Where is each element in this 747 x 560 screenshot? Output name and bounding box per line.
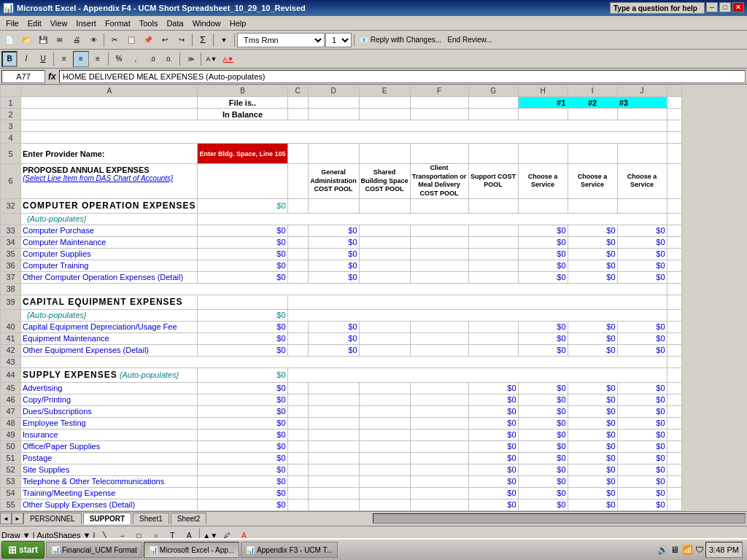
cell-43[interactable] bbox=[21, 356, 667, 368]
cell-f1[interactable] bbox=[410, 97, 468, 109]
cell-b33[interactable]: $0 bbox=[198, 225, 287, 236]
start-button[interactable]: ⊞ start bbox=[1, 541, 44, 559]
print-btn[interactable]: 🖨 bbox=[69, 32, 85, 48]
cell-a36[interactable]: Computer Training bbox=[21, 260, 198, 271]
percent-btn[interactable]: % bbox=[111, 51, 127, 67]
cell-j54[interactable]: $0 bbox=[617, 487, 667, 499]
new-btn[interactable]: 📄 bbox=[1, 32, 18, 48]
cell-d6[interactable]: General Administration COST POOL bbox=[308, 164, 359, 199]
cell-a39b[interactable]: {Auto-populates} bbox=[21, 309, 198, 321]
cell-h33[interactable]: $0 bbox=[518, 225, 568, 236]
cell-b50[interactable]: $0 bbox=[198, 440, 287, 452]
cell-c32[interactable] bbox=[287, 198, 308, 213]
cell-e2[interactable] bbox=[359, 109, 410, 120]
cell-f48[interactable] bbox=[410, 417, 468, 429]
cell-f42[interactable] bbox=[410, 344, 468, 356]
cell-a35[interactable]: Computer Supplies bbox=[21, 248, 198, 260]
cell-g5[interactable] bbox=[468, 144, 518, 164]
cell-h55[interactable]: $0 bbox=[518, 499, 568, 510]
cell-a1[interactable] bbox=[21, 97, 198, 109]
cell-a48[interactable]: Employee Testing bbox=[21, 417, 198, 429]
cell-g41[interactable] bbox=[468, 332, 518, 344]
cell-a5[interactable]: Enter Provider Name: bbox=[21, 144, 198, 164]
cell-g36[interactable] bbox=[468, 260, 518, 271]
cell-f37[interactable] bbox=[410, 271, 468, 283]
cell-f2[interactable] bbox=[410, 109, 468, 120]
cell-b41[interactable]: $0 bbox=[198, 332, 287, 344]
cell-e50[interactable] bbox=[359, 440, 410, 452]
cell-j37[interactable]: $0 bbox=[617, 271, 667, 283]
cell-b46[interactable]: $0 bbox=[198, 394, 287, 405]
cell-g42[interactable] bbox=[468, 344, 518, 356]
cell-i42[interactable]: $0 bbox=[568, 344, 617, 356]
cell-d47[interactable] bbox=[308, 405, 359, 417]
cell-h48[interactable]: $0 bbox=[518, 417, 568, 429]
cell-f5[interactable] bbox=[410, 144, 468, 164]
cell-i34[interactable]: $0 bbox=[568, 236, 617, 248]
cell-j6[interactable]: Choose a Service bbox=[617, 164, 667, 199]
cell-b32[interactable]: $0 bbox=[198, 198, 287, 213]
cell-g32[interactable] bbox=[468, 198, 518, 213]
preview-btn[interactable]: 👁 bbox=[85, 32, 101, 48]
cell-b44[interactable]: $0 bbox=[198, 368, 287, 382]
more-btn[interactable]: ▼ bbox=[216, 32, 232, 48]
cell-e53[interactable] bbox=[359, 475, 410, 487]
cell-b36[interactable]: $0 bbox=[198, 260, 287, 271]
cell-g55[interactable]: $0 bbox=[468, 499, 518, 510]
cell-h49[interactable]: $0 bbox=[518, 429, 568, 440]
cell-j40[interactable]: $0 bbox=[617, 321, 667, 332]
menu-insert[interactable]: Insert bbox=[71, 18, 101, 29]
cell-d34[interactable]: $0 bbox=[308, 236, 359, 248]
cell-a37[interactable]: Other Computer Operation Expenses (Detai… bbox=[21, 271, 198, 283]
cell-a39[interactable]: CAPITAL EQUIPMENT EXPENSES bbox=[21, 295, 198, 309]
cell-b42[interactable]: $0 bbox=[198, 344, 287, 356]
italic-btn[interactable]: I bbox=[18, 51, 34, 67]
cell-c5[interactable] bbox=[287, 144, 308, 164]
cell-g45[interactable]: $0 bbox=[468, 382, 518, 394]
cell-f47[interactable] bbox=[410, 405, 468, 417]
cell-d5[interactable] bbox=[308, 144, 359, 164]
col-e-header[interactable]: E bbox=[359, 85, 410, 97]
cell-f54[interactable] bbox=[410, 487, 468, 499]
font-color-btn[interactable]: A▼ bbox=[220, 51, 236, 67]
cell-f55[interactable] bbox=[410, 499, 468, 510]
taskbar-item-financial[interactable]: 📊 Financial_UCM Format bbox=[46, 542, 142, 558]
cell-c42[interactable] bbox=[287, 344, 308, 356]
cell-d53[interactable] bbox=[308, 475, 359, 487]
cell-i37[interactable]: $0 bbox=[568, 271, 617, 283]
cell-a44[interactable]: SUPPLY EXPENSES {Auto-populates} bbox=[21, 368, 198, 382]
cell-e46[interactable] bbox=[359, 394, 410, 405]
cell-g2[interactable] bbox=[468, 109, 518, 120]
font-size-select[interactable]: 14 bbox=[325, 33, 352, 47]
menu-file[interactable]: File bbox=[1, 18, 23, 29]
cell-j52[interactable]: $0 bbox=[617, 464, 667, 475]
cell-j49[interactable]: $0 bbox=[617, 429, 667, 440]
save-btn[interactable]: 💾 bbox=[35, 32, 51, 48]
maximize-btn[interactable]: □ bbox=[719, 2, 731, 12]
cell-b6[interactable] bbox=[198, 164, 287, 199]
cell-e37[interactable] bbox=[359, 271, 410, 283]
cell-g35[interactable] bbox=[468, 248, 518, 260]
taskbar-item-appendix-f3[interactable]: 📊 Appendix F3 - UCM T... bbox=[241, 542, 338, 558]
cell-f45[interactable] bbox=[410, 382, 468, 394]
cell-a32b[interactable]: {Auto-populates} bbox=[21, 213, 198, 225]
cell-h51[interactable]: $0 bbox=[518, 452, 568, 464]
cell-g51[interactable]: $0 bbox=[468, 452, 518, 464]
cell-g1[interactable] bbox=[468, 97, 518, 109]
menu-view[interactable]: View bbox=[46, 18, 72, 29]
minimize-btn[interactable]: ─ bbox=[706, 2, 718, 12]
cell-b5[interactable]: Enter Bldg. Space, Line 105 bbox=[198, 144, 287, 164]
scroll-right-btn[interactable]: ► bbox=[12, 513, 23, 524]
cell-j42[interactable]: $0 bbox=[617, 344, 667, 356]
cell-h32[interactable] bbox=[518, 198, 568, 213]
cell-f52[interactable] bbox=[410, 464, 468, 475]
cell-f32[interactable] bbox=[410, 198, 468, 213]
cell-b48[interactable]: $0 bbox=[198, 417, 287, 429]
cell-j55[interactable]: $0 bbox=[617, 499, 667, 510]
paste-btn[interactable]: 📌 bbox=[140, 32, 156, 48]
cell-e45[interactable] bbox=[359, 382, 410, 394]
cell-a50[interactable]: Office/Paper Supplies bbox=[21, 440, 198, 452]
cell-c47[interactable] bbox=[287, 405, 308, 417]
cell-a49[interactable]: Insurance bbox=[21, 429, 198, 440]
cell-h54[interactable]: $0 bbox=[518, 487, 568, 499]
